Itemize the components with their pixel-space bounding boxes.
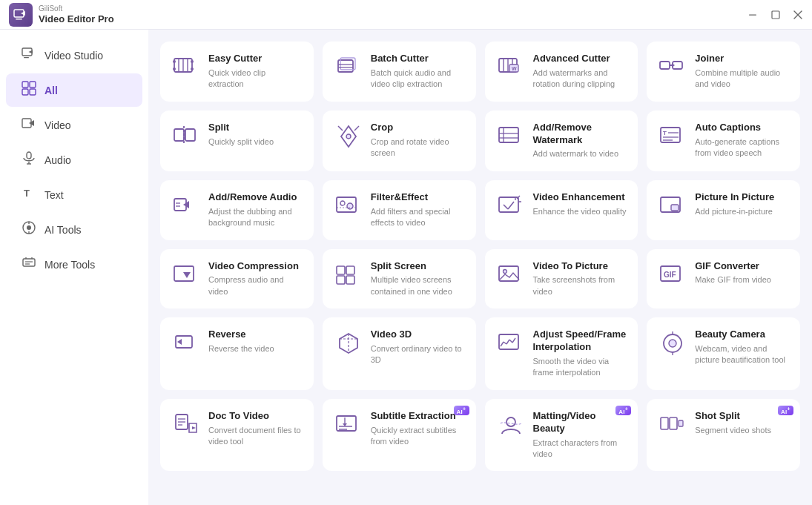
svg-rect-119 <box>679 420 683 426</box>
svg-marker-8 <box>29 50 33 54</box>
batch-cutter-text: Batch Cutter Batch quick audio and video… <box>371 53 465 90</box>
svg-rect-3 <box>749 14 756 15</box>
audio-icon <box>21 151 37 169</box>
gif-converter-icon: GIF <box>658 260 687 290</box>
svg-rect-2 <box>16 19 22 20</box>
gif-converter-text: GIF Converter Make GIF from video <box>695 260 789 286</box>
svg-rect-51 <box>174 129 184 141</box>
tool-doc-to-video[interactable]: Doc To Video Convert document files to v… <box>160 399 314 472</box>
tool-auto-captions[interactable]: T Auto Captions Auto-generate captions f… <box>647 110 800 171</box>
reverse-text: Reverse Reverse the video <box>208 329 303 354</box>
svg-line-99 <box>509 340 512 343</box>
svg-point-21 <box>27 225 31 230</box>
svg-line-100 <box>512 338 515 343</box>
svg-rect-24 <box>23 259 35 266</box>
tool-reverse[interactable]: Reverse Reverse the video <box>160 317 314 390</box>
svg-rect-80 <box>174 266 194 281</box>
adjust-speed-text: Adjust Speed/Frame Interpolation Smooth … <box>533 329 627 379</box>
tool-filter-effect[interactable]: Filter&Effect Add filters and special ef… <box>323 180 476 240</box>
tool-video-compression[interactable]: Video Compression Compress audio and vid… <box>160 249 314 309</box>
joiner-icon <box>658 53 687 82</box>
svg-rect-4 <box>772 11 779 19</box>
svg-rect-118 <box>670 417 677 429</box>
sidebar-item-label: Video <box>44 119 71 131</box>
video-to-picture-icon <box>496 260 526 290</box>
easy-cutter-text: Easy Cutter Quick video clip extraction <box>208 53 303 90</box>
main-layout: Video Studio All Video Audio T Text <box>0 30 812 505</box>
sidebar-item-audio[interactable]: Audio <box>6 143 142 176</box>
matting-video-beauty-text: Matting/Video Beauty Extract characters … <box>533 410 627 461</box>
tool-crop[interactable]: Crop Crop and rotate video screen <box>323 110 476 171</box>
minimize-button[interactable] <box>748 10 759 20</box>
tool-video-enhancement[interactable]: Video Enhancement Enhance the video qual… <box>485 180 638 240</box>
tool-adjust-speed[interactable]: Adjust Speed/Frame Interpolation Smooth … <box>485 317 638 390</box>
svg-point-87 <box>503 269 506 273</box>
svg-rect-13 <box>30 89 36 95</box>
sidebar-item-video[interactable]: Video <box>6 108 142 142</box>
svg-line-98 <box>506 340 509 344</box>
content-area[interactable]: Easy Cutter Quick video clip extraction … <box>148 30 812 505</box>
svg-point-102 <box>669 340 676 347</box>
sidebar-item-label: Video Studio <box>44 50 103 62</box>
tool-subtitle-extraction[interactable]: AI+ Subtitle Extraction Quickly extract … <box>323 399 476 472</box>
sidebar-item-label: All <box>44 85 58 96</box>
tool-advanced-cutter[interactable]: W Advanced Cutter Add watermarks and rot… <box>485 42 638 102</box>
tool-batch-cutter[interactable]: Batch Cutter Batch quick audio and video… <box>323 42 476 102</box>
svg-line-97 <box>504 342 506 344</box>
svg-point-57 <box>346 134 351 139</box>
tool-video-to-picture[interactable]: Video To Picture Take screenshots from v… <box>485 249 638 309</box>
svg-text:W: W <box>512 66 517 71</box>
all-icon <box>21 81 37 99</box>
tool-beauty-camera[interactable]: Beauty Camera Webcam, video and picture … <box>647 317 800 390</box>
split-text: Split Quickly split video <box>208 122 303 148</box>
close-button[interactable] <box>793 10 803 20</box>
tool-joiner[interactable]: Joiner Combine multiple audio and video <box>647 42 800 102</box>
shot-split-icon <box>658 410 687 440</box>
sidebar-item-label: More Tools <box>44 259 95 271</box>
titlebar: GiliSoft Video Editor Pro <box>0 0 812 30</box>
maximize-button[interactable] <box>770 10 781 20</box>
beauty-camera-icon <box>658 329 687 358</box>
tool-split-screen[interactable]: Split Screen Multiple video screens cont… <box>323 249 476 309</box>
advanced-cutter-text: Advanced Cutter Add watermarks and rotat… <box>533 53 627 90</box>
tool-add-remove-audio[interactable]: Add/Remove Audio Adjust the dubbing and … <box>160 180 314 240</box>
svg-rect-83 <box>346 266 354 274</box>
doc-to-video-icon <box>171 410 201 440</box>
joiner-text: Joiner Combine multiple audio and video <box>695 53 789 90</box>
svg-marker-50 <box>672 63 675 67</box>
tool-matting-video-beauty[interactable]: AI+ Matting/Video Beauty Extract charact… <box>485 399 638 472</box>
app-logo: GiliSoft Video Editor Pro <box>9 3 114 27</box>
svg-marker-91 <box>177 339 182 345</box>
sidebar-item-video-studio[interactable]: Video Studio <box>6 39 142 72</box>
svg-line-77 <box>508 202 514 209</box>
reverse-icon <box>171 329 201 358</box>
picture-in-picture-text: Picture In Picture Add picture-in-pictur… <box>695 191 789 217</box>
crop-icon <box>334 122 363 151</box>
tool-video-3d[interactable]: Video 3D Convert ordinary video to 3D <box>323 317 476 390</box>
tool-shot-split[interactable]: AI+ Shot Split Segment video shots <box>647 399 800 472</box>
auto-captions-icon: T <box>658 122 687 151</box>
tool-picture-in-picture[interactable]: Picture In Picture Add picture-in-pictur… <box>647 180 800 240</box>
subtitle-extraction-icon <box>334 410 363 440</box>
sidebar-item-text[interactable]: T Text <box>6 178 142 211</box>
tool-watermark[interactable]: Add/Remove Watermark Add watermark to vi… <box>485 110 638 171</box>
svg-marker-81 <box>183 272 191 278</box>
svg-rect-10 <box>22 82 28 88</box>
split-screen-icon <box>334 260 363 290</box>
advanced-cutter-icon: W <box>496 53 526 82</box>
sidebar-item-all[interactable]: All <box>6 73 142 107</box>
auto-captions-text: Auto Captions Auto-generate captions fro… <box>695 122 789 159</box>
sidebar-item-ai-tools[interactable]: AI Tools <box>6 213 142 246</box>
app-name: GiliSoft Video Editor Pro <box>39 4 114 25</box>
tool-split[interactable]: Split Quickly split video <box>160 110 314 171</box>
logo-icon <box>9 3 33 27</box>
tool-easy-cutter[interactable]: Easy Cutter Quick video clip extraction <box>160 42 314 102</box>
tool-gif-converter[interactable]: GIF GIF Converter Make GIF from video <box>647 249 800 309</box>
watermark-icon <box>496 122 526 151</box>
sidebar-item-more-tools[interactable]: More Tools <box>6 248 142 281</box>
svg-line-55 <box>338 126 343 131</box>
sidebar-item-label: AI Tools <box>44 224 82 236</box>
tools-grid: Easy Cutter Quick video clip extraction … <box>160 42 800 471</box>
sidebar: Video Studio All Video Audio T Text <box>0 30 148 505</box>
split-screen-text: Split Screen Multiple video screens cont… <box>371 260 465 298</box>
